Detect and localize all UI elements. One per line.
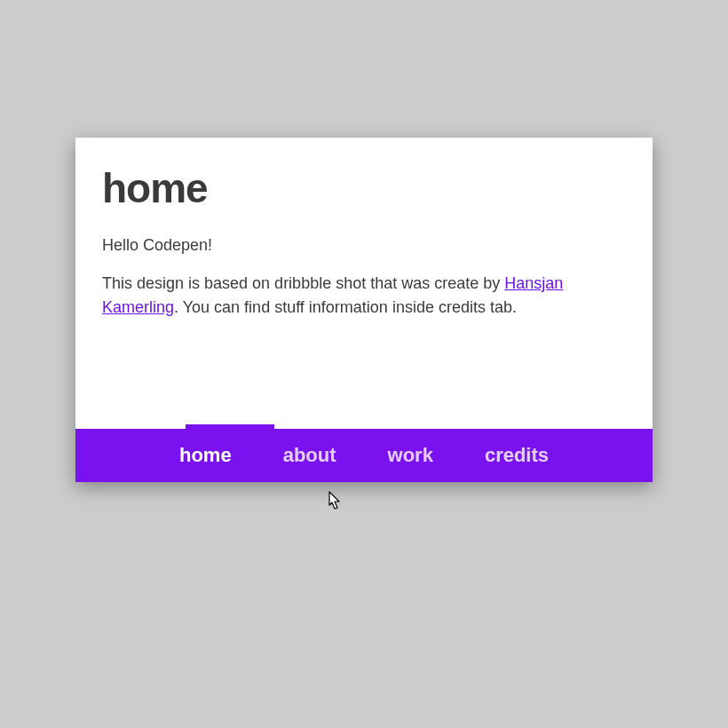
tab-bar: home about work credits <box>75 429 653 482</box>
pointer-cursor-icon <box>323 491 343 514</box>
tab-about[interactable]: about <box>278 430 342 481</box>
greeting-text: Hello Codepen! <box>102 233 626 257</box>
description-suffix: . You can find stuff information inside … <box>174 298 517 316</box>
description-prefix: This design is based on dribbble shot th… <box>102 274 504 292</box>
tab-home[interactable]: home <box>174 430 237 481</box>
content-area: home Hello Codepen! This design is based… <box>75 138 653 429</box>
description-text: This design is based on dribbble shot th… <box>102 272 626 320</box>
active-tab-indicator <box>186 424 274 429</box>
tab-credits[interactable]: credits <box>479 430 554 481</box>
tab-work[interactable]: work <box>383 430 439 481</box>
card: home Hello Codepen! This design is based… <box>75 138 653 482</box>
page-title: home <box>102 164 626 212</box>
